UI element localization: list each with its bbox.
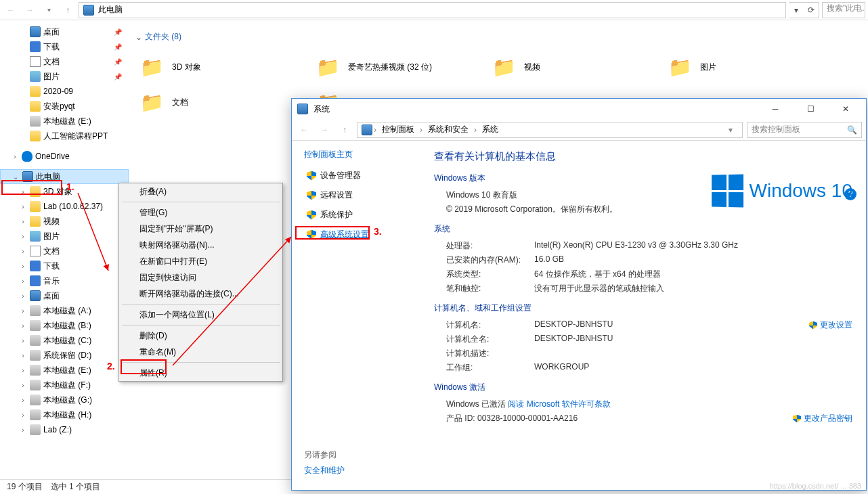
- tree-folder[interactable]: 安装pyqt: [0, 99, 129, 114]
- pin-icon: 📌: [114, 43, 122, 51]
- context-menu-item[interactable]: 删除(D): [119, 328, 282, 344]
- folders-section-header[interactable]: ⌄文件夹 (8): [135, 31, 868, 43]
- sidebar-link[interactable]: 系统保护: [304, 208, 420, 222]
- context-menu-item[interactable]: 属性(R): [119, 365, 282, 381]
- pin-icon: 📌: [114, 58, 122, 66]
- folder-item[interactable]: 📁视频: [487, 49, 664, 85]
- breadcrumb-item[interactable]: 系统: [478, 124, 502, 135]
- tree-item[interactable]: ›下载: [0, 259, 129, 273]
- tree-drive[interactable]: 本地磁盘 (E:): [0, 114, 129, 129]
- nav-up-button[interactable]: ↑: [337, 122, 353, 138]
- breadcrumb-item[interactable]: 控制面板: [378, 124, 418, 135]
- system-window-title: 系统: [313, 104, 330, 115]
- minimize-button[interactable]: ─: [760, 99, 790, 118]
- pin-icon: 📌: [114, 28, 122, 36]
- change-product-key-link[interactable]: 更改产品密钥: [793, 413, 852, 424]
- watermark: https://blog.csdn.net/ ... 383: [770, 482, 861, 490]
- tree-documents[interactable]: 文档📌: [0, 54, 129, 69]
- tree-item[interactable]: ›本地磁盘 (B:): [0, 318, 129, 333]
- shield-icon: [307, 191, 316, 200]
- system-window-titlebar[interactable]: 系统 ─ ☐ ✕: [292, 99, 866, 119]
- nav-forward-button[interactable]: →: [22, 2, 38, 18]
- sidebar-link[interactable]: 高级系统设置: [304, 227, 420, 242]
- context-menu-item[interactable]: 折叠(A): [119, 183, 282, 200]
- tree-folder[interactable]: 2020-09: [0, 84, 129, 99]
- security-maintenance-link[interactable]: 安全和维护: [304, 466, 345, 475]
- pin-icon: 📌: [114, 73, 122, 81]
- pc-icon: [362, 125, 372, 135]
- tree-item[interactable]: ›本地磁盘 (C:): [0, 333, 129, 348]
- maximize-button[interactable]: ☐: [796, 99, 825, 118]
- system-info-content: ? 查看有关计算机的基本信息 Windows 版本 Windows 10 教育版…: [420, 141, 866, 490]
- tree-item[interactable]: ›Lab (Z:): [0, 422, 129, 437]
- tree-item[interactable]: ›本地磁盘 (E:): [0, 363, 129, 378]
- control-panel-home-link[interactable]: 控制面板主页: [304, 149, 420, 160]
- tree-item[interactable]: ›音乐: [0, 273, 129, 288]
- tree-item[interactable]: ›文档: [0, 244, 129, 259]
- context-menu-item[interactable]: 断开网络驱动器的连接(C)...: [119, 286, 282, 302]
- refresh-icon[interactable]: ⟳: [804, 5, 819, 15]
- context-menu-item[interactable]: 重命名(M): [119, 344, 282, 360]
- shield-icon: [307, 210, 316, 220]
- explorer-address-bar: ← → ▾ ↑ 此电脑 ▾ ⟳ 搜索"此电...: [0, 0, 868, 20]
- pc-icon: [83, 5, 94, 16]
- address-actions: ▾ ⟳: [789, 2, 819, 18]
- context-menu-item[interactable]: 固定到"开始"屏幕(P): [119, 221, 282, 237]
- shield-icon: [307, 171, 316, 181]
- sidebar-link[interactable]: 设备管理器: [304, 169, 420, 183]
- tree-item[interactable]: ›本地磁盘 (H:): [0, 407, 129, 422]
- nav-forward-button[interactable]: →: [316, 122, 332, 138]
- context-menu-item[interactable]: 固定到快速访问: [119, 269, 282, 286]
- breadcrumb-item[interactable]: 系统和安全: [424, 124, 473, 135]
- system-address-bar: ← → ↑ › 控制面板 › 系统和安全 › 系统 ▾ 搜索控制面板 🔍: [292, 119, 866, 141]
- context-menu-item[interactable]: 在新窗口中打开(E): [119, 253, 282, 269]
- folder-item[interactable]: 📁3D 对象: [135, 49, 311, 85]
- pc-icon: [297, 104, 308, 114]
- folder-item[interactable]: 📁文档: [135, 85, 311, 120]
- folder-icon: 📁: [138, 53, 165, 81]
- explorer-search-input[interactable]: 搜索"此电...: [822, 2, 865, 18]
- folder-icon: 📁: [666, 53, 693, 81]
- item-count: 19 个项目: [7, 481, 43, 493]
- context-menu-item[interactable]: 管理(G): [119, 204, 282, 221]
- tree-item[interactable]: ›本地磁盘 (A:): [0, 303, 129, 318]
- status-bar: 19 个项目 选中 1 个项目: [0, 479, 291, 494]
- tree-item[interactable]: ›本地磁盘 (G:): [0, 392, 129, 407]
- folder-item[interactable]: 📁爱奇艺热播视频 (32 位): [311, 49, 487, 85]
- selected-count: 选中 1 个项目: [51, 481, 100, 493]
- nav-recent-dropdown[interactable]: ▾: [41, 2, 57, 18]
- context-menu-item[interactable]: 添加一个网络位置(L): [119, 307, 282, 323]
- context-menu-item[interactable]: 映射网络驱动器(N)...: [119, 237, 282, 253]
- folder-item[interactable]: 📁图片: [664, 49, 840, 85]
- tree-item[interactable]: ›图片: [0, 229, 129, 244]
- system-info-heading: 查看有关计算机的基本信息: [434, 150, 852, 163]
- sidebar-link[interactable]: 远程设置: [304, 188, 420, 202]
- close-button[interactable]: ✕: [831, 99, 861, 118]
- search-icon[interactable]: 🔍: [847, 125, 857, 135]
- nav-up-button[interactable]: ↑: [60, 2, 76, 18]
- tree-item[interactable]: ›系统保留 (D:): [0, 348, 129, 363]
- change-settings-link[interactable]: 更改设置: [809, 319, 852, 331]
- tree-item[interactable]: ›桌面: [0, 288, 129, 303]
- folder-icon: 📁: [138, 89, 165, 116]
- tree-item[interactable]: ›视频: [0, 214, 129, 229]
- context-menu: 折叠(A)管理(G)固定到"开始"屏幕(P)映射网络驱动器(N)...在新窗口中…: [118, 183, 283, 382]
- nav-back-button[interactable]: ←: [3, 2, 19, 18]
- tree-item[interactable]: ›Lab (10.0.62.37): [0, 199, 129, 214]
- tree-item[interactable]: ›本地磁盘 (F:): [0, 378, 129, 392]
- address-dropdown-icon[interactable]: ▾: [789, 5, 804, 15]
- address-box[interactable]: 此电脑: [79, 2, 786, 18]
- nav-back-button[interactable]: ←: [296, 122, 312, 138]
- cp-search-input[interactable]: 搜索控制面板: [752, 124, 800, 135]
- tree-desktop[interactable]: 桌面📌: [0, 24, 129, 39]
- tree-this-pc[interactable]: ⌄此电脑: [0, 169, 129, 184]
- see-also-label: 另请参阅: [304, 449, 345, 461]
- tree-pictures[interactable]: 图片📌: [0, 69, 129, 84]
- license-terms-link[interactable]: 阅读 Microsoft 软件许可条款: [508, 399, 610, 409]
- folder-icon: 📁: [490, 53, 517, 81]
- folder-icon: 📁: [314, 53, 341, 81]
- tree-onedrive[interactable]: ›OneDrive: [0, 149, 129, 164]
- tree-downloads[interactable]: 下载📌: [0, 39, 129, 54]
- tree-folder[interactable]: 人工智能课程PPT: [0, 129, 129, 143]
- tree-item[interactable]: ›3D 对象: [0, 184, 129, 199]
